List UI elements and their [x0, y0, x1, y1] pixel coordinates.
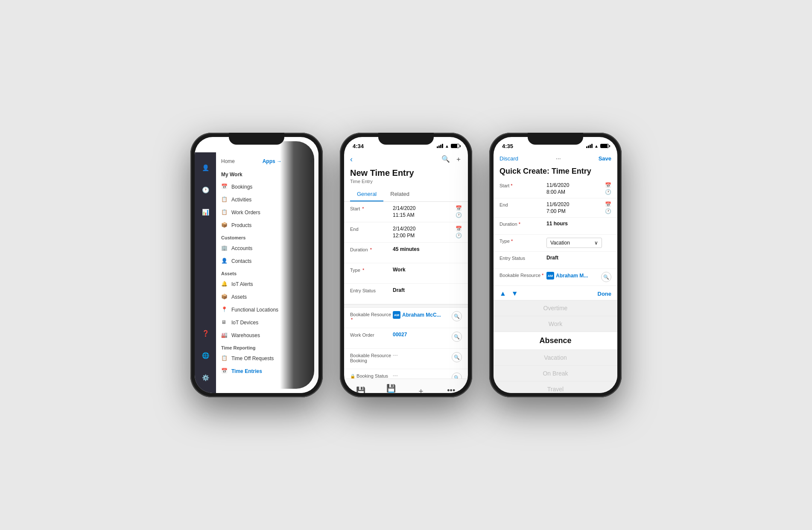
sidebar-item-products-label: Products [231, 222, 251, 228]
duration-value: 45 minutes [393, 246, 462, 252]
form-row-entry-status: Entry Status Draft [344, 284, 468, 304]
qc-start-datetime: 11/6/2020 📅 8:00 AM 🕐 [546, 182, 611, 195]
start-date-line: 2/14/2020 📅 [393, 205, 462, 211]
qc-start-date: 11/6/2020 [546, 182, 569, 188]
qc-end-time-line: 7:00 PM 🕐 [546, 208, 611, 214]
wifi-icon: ▲ [445, 144, 449, 149]
resource-name: Abraham McC... [402, 312, 441, 318]
form-header-2: ‹ 🔍 ＋ [344, 152, 468, 166]
qc-calendar-icon-end[interactable]: 📅 [605, 201, 611, 207]
sidebar-icon-globe[interactable]: 🌐 [199, 349, 212, 362]
picker-item-absence[interactable]: Absence [494, 332, 617, 350]
calendar-icon-start[interactable]: 📅 [456, 205, 462, 211]
qc-clock-icon-end[interactable]: 🕐 [605, 208, 611, 214]
sidebar-icon-clock[interactable]: 🕐 [199, 183, 212, 197]
br-booking-value: --- [393, 352, 452, 358]
new-button[interactable]: ＋ New [408, 385, 434, 393]
qc-start-value: 11/6/2020 📅 8:00 AM 🕐 [546, 182, 611, 195]
save-close-button[interactable]: 💾 Save & Close [378, 382, 404, 393]
form-row-br-booking: Bookable Resource Booking --- 🔍 [344, 349, 468, 369]
nav-up-arrow[interactable]: ▲ [499, 290, 506, 297]
back-button-2[interactable]: ‹ [350, 155, 353, 164]
search-button-br[interactable]: 🔍 [452, 311, 462, 321]
entry-status-value: Draft [393, 287, 462, 293]
time-entries-icon: 📅 [221, 368, 228, 375]
type-label: Type * [350, 267, 393, 273]
status-time-2: 4:34 [353, 143, 364, 149]
qc-start-label: Start * [499, 182, 546, 188]
status-bar-3: 4:35 ▲ [494, 137, 617, 152]
picker-item-onbreak[interactable]: On Break [494, 366, 617, 381]
start-time: 11:15 AM [393, 212, 415, 218]
booking-status-label: 🔒 Booking Status [350, 373, 393, 379]
picker-item-vacation[interactable]: Vacation [494, 350, 617, 366]
form-row-work-order: Work Order 00027 🔍 [344, 328, 468, 349]
qc-end-date: 11/6/2020 [546, 201, 569, 207]
qc-row-entry-status: Entry Status Draft [494, 252, 617, 269]
products-icon: 📦 [221, 222, 228, 229]
phone-2: 4:34 ▲ ‹ [340, 133, 472, 397]
sidebar-icon-chart[interactable]: 📊 [199, 205, 212, 219]
tab-general[interactable]: General [350, 187, 383, 201]
qc-start-date-line: 11/6/2020 📅 [546, 182, 611, 188]
sidebar-icon-gear[interactable]: ⚙️ [199, 371, 212, 384]
iot-devices-icon: 🖥 [221, 319, 228, 326]
qc-row-bookable-resource: Bookable Resource * AM Abraham M... 🔍 [494, 269, 617, 286]
qc-search-br[interactable]: 🔍 [601, 272, 611, 282]
calendar-icon-end[interactable]: 📅 [456, 226, 462, 232]
sidebar-icon-person[interactable]: 👤 [199, 161, 212, 175]
form-body-2: Start * 2/14/2020 📅 [344, 202, 468, 379]
type-value: Work [393, 267, 462, 273]
qc-resource-name: Abraham M... [556, 273, 588, 279]
save-button-3[interactable]: Save [599, 155, 611, 162]
search-button-bs[interactable]: 🔍 [452, 373, 462, 379]
sidebar-item-iot-devices-label: IoT Devices [231, 320, 258, 326]
duration-required: * [370, 247, 372, 252]
done-button[interactable]: Done [598, 291, 612, 297]
picker-item-overtime[interactable]: Overtime [494, 300, 617, 316]
sidebar-icon-help[interactable]: ❓ [199, 326, 212, 340]
sidebar-item-functional-locations-label: Functional Locations [231, 307, 278, 313]
search-button-wo[interactable]: 🔍 [452, 332, 462, 342]
phone-2-screen: 4:34 ▲ ‹ [344, 137, 468, 393]
save-button[interactable]: 💾 Save [348, 385, 374, 393]
resource-avatar: AM [393, 311, 400, 319]
more-button-3[interactable]: ··· [556, 155, 561, 162]
sidebar-apps-link[interactable]: Apps → [263, 158, 282, 164]
sidebar-item-workorders-label: Work Orders [231, 210, 260, 215]
start-time-line: 11:15 AM 🕐 [393, 212, 462, 218]
sidebar-item-iot-alerts-label: IoT Alerts [231, 281, 253, 287]
bookings-icon: 📅 [221, 183, 228, 190]
clock-icon-end[interactable]: 🕐 [456, 233, 462, 239]
sidebar-item-time-entries-label: Time Entries [231, 368, 262, 374]
clock-icon-start[interactable]: 🕐 [456, 212, 462, 218]
discard-button[interactable]: Discard [499, 155, 518, 162]
tab-related[interactable]: Related [383, 187, 416, 201]
start-required: * [362, 206, 364, 211]
qc-row-start: Start * 11/6/2020 📅 [494, 179, 617, 198]
form-tabs-2: General Related [344, 187, 468, 202]
qc-calendar-icon-start[interactable]: 📅 [605, 182, 611, 188]
more-button[interactable]: ••• More [438, 385, 464, 393]
qc-row-duration: Duration * 11 hours [494, 218, 617, 235]
qc-clock-icon-start[interactable]: 🕐 [605, 189, 611, 195]
search-button-2[interactable]: 🔍 [441, 155, 450, 164]
form-row-start: Start * 2/14/2020 📅 [344, 202, 468, 222]
search-button-brb[interactable]: 🔍 [452, 352, 462, 362]
nav-down-arrow[interactable]: ▼ [511, 290, 518, 297]
picker-item-travel[interactable]: Travel [494, 381, 617, 393]
qc-header: Discard ··· Save [494, 152, 617, 164]
qc-start-time-line: 8:00 AM 🕐 [546, 189, 611, 195]
form-row-bookable-resource: Bookable Resource * AM Abraham McC... 🔍 [344, 308, 468, 328]
add-button-2[interactable]: ＋ [455, 155, 462, 164]
type-dropdown[interactable]: Vacation ∨ [546, 238, 602, 248]
picker-item-work[interactable]: Work [494, 316, 617, 332]
type-required: * [362, 268, 364, 273]
sidebar-item-accounts-label: Accounts [231, 245, 252, 251]
qc-duration-label: Duration * [499, 221, 546, 227]
warehouses-icon: 🏭 [221, 332, 228, 339]
qc-title: Quick Create: Time Entry [494, 164, 617, 179]
end-value: 2/14/2020 📅 12:00 PM 🕐 [393, 226, 462, 239]
sidebar-item-activities-label: Activities [231, 197, 251, 203]
bookable-resource-value: AM Abraham McC... [393, 311, 452, 319]
